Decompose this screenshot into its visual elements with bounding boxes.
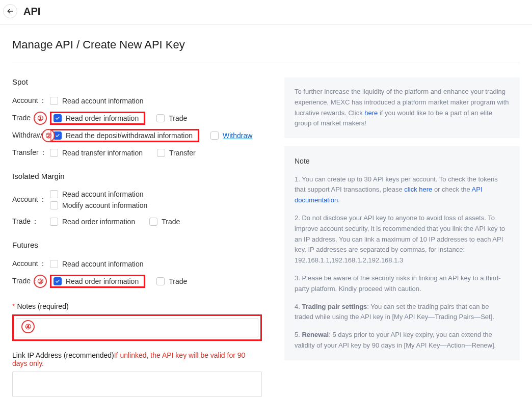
label-spot-account: Account： xyxy=(12,96,50,105)
ip-input-wrap xyxy=(12,372,262,397)
row-futures-account: Account： Read account information xyxy=(12,256,262,272)
section-spot: Spot Account： Read account information ①… xyxy=(12,77,262,161)
notes-label: *Notes (required) xyxy=(12,302,262,310)
chk-margin-account-modify[interactable]: Modify account information xyxy=(50,201,147,209)
annotation-redbox-2: Read the deposit/withdrawal information xyxy=(50,129,199,142)
section-futures-title: Futures xyxy=(12,241,262,249)
chk-label-withdraw-link[interactable]: Withdraw xyxy=(223,131,252,140)
chk-label: Read account information xyxy=(62,190,144,198)
chk-futures-account-read[interactable]: Read account information xyxy=(50,260,144,268)
notes-input-wrap xyxy=(16,318,258,337)
permissions-form: Spot Account： Read account information ①… xyxy=(12,77,262,397)
chk-spot-account-read[interactable]: Read account information xyxy=(50,97,144,105)
chk-label: Transfer xyxy=(169,149,196,157)
row-spot-transfer: Transfer： Read transfer information Tran… xyxy=(12,145,262,161)
breadcrumb: Manage API / Create New API Key xyxy=(12,38,520,63)
chk-margin-trade-do[interactable]: Trade xyxy=(149,218,180,226)
row-margin-account: Account： Read account information Modify… xyxy=(12,188,262,212)
note-item-3: 3. Please be aware of the security risks… xyxy=(295,273,510,295)
chk-spot-transfer-read[interactable]: Read transfer information xyxy=(50,149,143,157)
chk-futures-trade-do[interactable]: Trade xyxy=(156,277,187,285)
chk-label: Read order information xyxy=(62,218,135,226)
chk-spot-trade-read[interactable]: Read order information xyxy=(54,114,139,122)
chk-label: Trade xyxy=(162,218,180,226)
annotation-badge-4: ④ xyxy=(21,320,35,333)
chk-label: Read transfer information xyxy=(62,149,143,157)
note-panel: Note 1. You can create up to 30 API keys… xyxy=(284,146,520,360)
annotation-redbox-4 xyxy=(12,314,262,341)
market-maker-panel: To further increase the liquidity of the… xyxy=(284,77,520,138)
chk-spot-withdraw-do[interactable]: Withdraw xyxy=(210,131,252,140)
page-title: API xyxy=(23,6,40,17)
chk-label: Read order information xyxy=(66,114,139,122)
ip-label: Link IP Address (recommended)If unlinked… xyxy=(12,351,262,367)
row-spot-withdraw: ② Withdraw： Read the deposit/withdrawal … xyxy=(12,128,262,143)
chk-margin-trade-read[interactable]: Read order information xyxy=(50,218,135,226)
chk-margin-account-read[interactable]: Read account information xyxy=(50,190,147,198)
annotation-redbox-1: Read order information xyxy=(50,112,145,125)
label-spot-transfer: Transfer： xyxy=(12,148,50,157)
row-margin-trade: Trade： Read order information Trade xyxy=(12,214,262,229)
label-margin-trade: Trade： xyxy=(12,217,50,226)
note-item-1: 1. You can create up to 30 API keys per … xyxy=(295,174,510,206)
annotation-badge-2: ② xyxy=(42,129,55,142)
ip-input[interactable] xyxy=(13,372,261,396)
label-futures-account: Account： xyxy=(12,259,50,269)
section-margin-title: Isolated Margin xyxy=(12,172,262,180)
market-maker-here-link[interactable]: here xyxy=(364,109,378,117)
annotation-badge-3: ③ xyxy=(34,275,47,288)
chk-spot-trade-do[interactable]: Trade xyxy=(156,114,187,122)
topbar: API xyxy=(0,0,532,25)
notes-block: *Notes (required) ④ xyxy=(12,302,262,341)
note-item-5: 5. Renewal: 5 days prior to your API key… xyxy=(295,330,510,351)
side-panels: To further increase the liquidity of the… xyxy=(284,77,520,397)
ip-block: Link IP Address (recommended)If unlinked… xyxy=(12,351,262,397)
annotation-redbox-3: Read order information xyxy=(50,275,145,288)
chk-spot-withdraw-read[interactable]: Read the deposit/withdrawal information xyxy=(54,131,193,140)
section-spot-title: Spot xyxy=(12,77,262,86)
chk-label: Read the deposit/withdrawal information xyxy=(66,131,193,140)
row-spot-account: Account： Read account information xyxy=(12,93,262,109)
section-futures: Futures Account： Read account informatio… xyxy=(12,241,262,289)
note-click-here-link[interactable]: click here xyxy=(404,186,432,193)
row-futures-trade: ③ Trade： Read order information Trade xyxy=(12,274,262,289)
label-margin-account: Account： xyxy=(12,195,50,204)
row-spot-trade: ① Trade： Read order information Trade xyxy=(12,111,262,126)
notes-input[interactable] xyxy=(16,319,258,337)
section-margin: Isolated Margin Account： Read account in… xyxy=(12,172,262,229)
chk-label: Modify account information xyxy=(62,201,147,209)
chk-label: Read account information xyxy=(62,97,144,105)
chk-spot-transfer-do[interactable]: Transfer xyxy=(157,149,196,157)
annotation-badge-1: ① xyxy=(34,112,47,125)
back-button[interactable] xyxy=(3,4,17,18)
note-item-4: 4. Trading pair settings: You can set th… xyxy=(295,302,510,323)
arrow-left-icon xyxy=(7,8,14,15)
chk-futures-trade-read[interactable]: Read order information xyxy=(54,277,139,285)
chk-label: Trade xyxy=(169,114,187,122)
note-item-2: 2. Do not disclose your API key to anyon… xyxy=(295,213,510,266)
chk-label: Read order information xyxy=(66,277,139,285)
chk-label: Read account information xyxy=(62,260,144,268)
note-panel-title: Note xyxy=(295,155,510,167)
chk-label: Trade xyxy=(169,277,187,285)
